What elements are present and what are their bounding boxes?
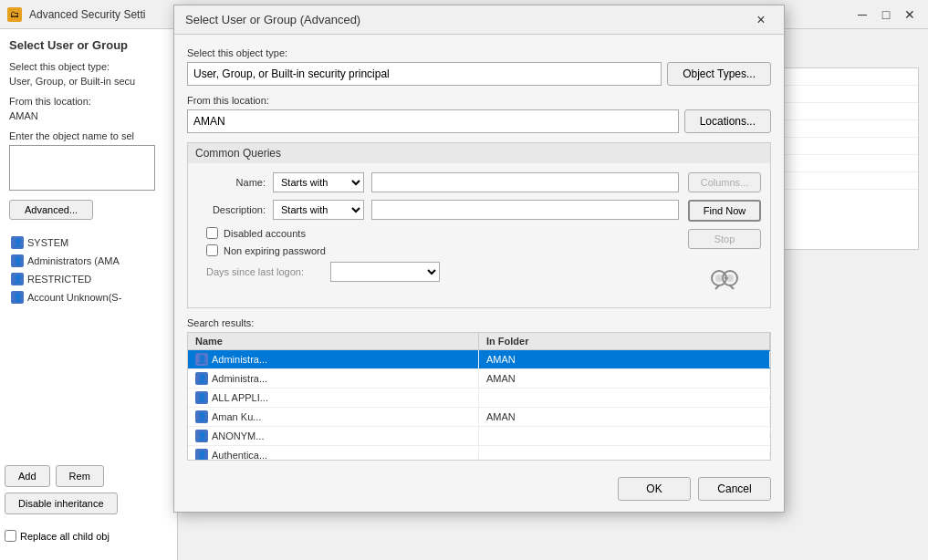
user-icon: 👤: [195, 372, 208, 385]
cancel-button[interactable]: Cancel: [698, 477, 771, 501]
common-queries-title: Common Queries: [188, 143, 770, 163]
queries-left: Name: Starts with Is exactly Ends with D…: [197, 172, 679, 298]
name-query-label: Name:: [197, 177, 266, 188]
non-expiring-label: Non expiring password: [224, 245, 326, 256]
search-binoculars-icon: [708, 265, 741, 298]
description-query-input[interactable]: [371, 200, 679, 220]
locations-button[interactable]: Locations...: [684, 109, 771, 133]
results-scroll[interactable]: 👤 Administra... AMAN 👤 Administra... AMA…: [188, 350, 770, 460]
find-now-button[interactable]: Find Now: [688, 200, 761, 222]
name-operator-select[interactable]: Starts with Is exactly Ends with: [273, 172, 364, 192]
days-since-row: Days since last logon: 30 60 90: [197, 262, 679, 282]
result-row-2[interactable]: 👤 ALL APPLI...: [188, 389, 770, 408]
user-icon: 👤: [195, 391, 208, 404]
dialog-footer: OK Cancel: [174, 470, 784, 512]
non-expiring-checkbox[interactable]: [206, 244, 218, 256]
object-types-button[interactable]: Object Types...: [667, 62, 771, 86]
result-folder-2: [479, 395, 770, 400]
search-results-table: Name In Folder 👤 Administra... AMAN 👤: [187, 332, 771, 461]
dialog-titlebar: Select User or Group (Advanced) ×: [174, 5, 784, 35]
user-icon: 👤: [195, 353, 208, 366]
days-since-select[interactable]: 30 60 90: [330, 262, 440, 282]
result-name-5: 👤 Authentica...: [188, 446, 479, 460]
result-name-4: 👤 ANONYM...: [188, 427, 479, 445]
days-since-label: Days since last logon:: [206, 266, 325, 277]
name-query-input[interactable]: [371, 172, 679, 192]
disabled-accounts-row: Disabled accounts: [197, 227, 679, 239]
object-type-input[interactable]: [187, 62, 662, 86]
result-name-1: 👤 Administra...: [188, 369, 479, 388]
result-row-0[interactable]: 👤 Administra... AMAN: [188, 350, 770, 369]
result-row-3[interactable]: 👤 Aman Ku... AMAN: [188, 408, 770, 427]
svg-point-4: [726, 275, 734, 282]
result-row-5[interactable]: 👤 Authentica...: [188, 446, 770, 460]
location-field-label: From this location:: [187, 95, 771, 106]
user-icon: 👤: [195, 430, 208, 442]
common-queries-box: Common Queries Name: Starts with Is exac…: [187, 142, 771, 308]
results-header: Name In Folder: [188, 333, 770, 350]
select-user-group-dialog: Select User or Group (Advanced) × Select…: [173, 5, 785, 513]
user-icon: 👤: [195, 410, 208, 423]
user-icon: 👤: [195, 449, 208, 460]
stop-button[interactable]: Stop: [688, 229, 761, 249]
svg-line-5: [715, 285, 719, 289]
result-row-4[interactable]: 👤 ANONYM...: [188, 427, 770, 446]
dialog-overlay: Select User or Group (Advanced) × Select…: [0, 0, 928, 560]
result-row-1[interactable]: 👤 Administra... AMAN: [188, 369, 770, 389]
disabled-accounts-label: Disabled accounts: [224, 228, 306, 239]
result-folder-0: AMAN: [479, 351, 770, 368]
non-expiring-row: Non expiring password: [197, 244, 679, 256]
name-query-row: Name: Starts with Is exactly Ends with: [197, 172, 679, 192]
disabled-accounts-checkbox[interactable]: [206, 227, 218, 239]
result-name-2: 👤 ALL APPLI...: [188, 389, 479, 407]
search-icon-area: [688, 265, 761, 298]
dialog-title: Select User or Group (Advanced): [185, 13, 749, 26]
dialog-close-button[interactable]: ×: [749, 8, 773, 32]
columns-button[interactable]: Columns...: [688, 172, 761, 192]
location-row: Locations...: [187, 109, 771, 133]
result-folder-1: AMAN: [479, 370, 770, 387]
dialog-body: Select this object type: Object Types...…: [174, 35, 784, 470]
location-input[interactable]: [187, 109, 679, 133]
object-type-field-label: Select this object type:: [187, 47, 771, 58]
description-query-label: Description:: [197, 204, 266, 215]
result-folder-4: [479, 433, 770, 439]
svg-line-6: [730, 285, 734, 289]
description-query-row: Description: Starts with Is exactly: [197, 200, 679, 220]
queries-right: Columns... Find Now Stop: [688, 172, 761, 298]
result-folder-5: [479, 452, 770, 458]
object-type-row: Object Types...: [187, 62, 771, 86]
result-folder-3: AMAN: [479, 409, 770, 425]
result-name-0: 👤 Administra...: [188, 350, 479, 368]
ok-button[interactable]: OK: [618, 477, 691, 501]
common-queries-body: Name: Starts with Is exactly Ends with D…: [188, 163, 770, 307]
results-col-name: Name: [188, 333, 479, 349]
results-col-folder: In Folder: [479, 333, 770, 349]
svg-point-3: [715, 275, 723, 282]
result-name-3: 👤 Aman Ku...: [188, 408, 479, 426]
description-operator-select[interactable]: Starts with Is exactly: [273, 200, 364, 220]
search-results-label: Search results:: [187, 317, 771, 328]
